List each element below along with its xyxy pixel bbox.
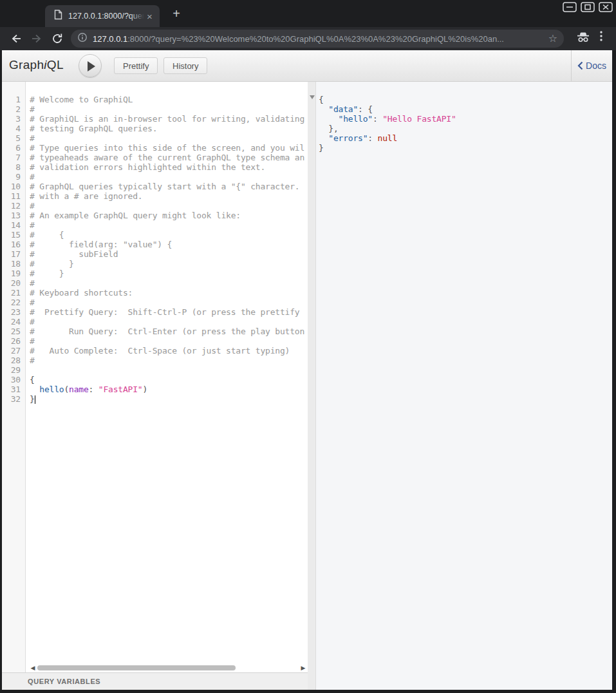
code-line[interactable]: # { — [30, 230, 308, 240]
window-minimize-button[interactable] — [563, 2, 577, 12]
code-token: # GraphiQL is an in-browser tool for wri… — [30, 114, 304, 124]
code-line[interactable]: hello(name: "FastAPI") — [30, 384, 308, 394]
code-line[interactable]: # validation errors highlighted within t… — [30, 162, 308, 172]
code-line[interactable]: # GraphiQL is an in-browser tool for wri… — [30, 114, 308, 124]
code-line[interactable]: # — [30, 317, 308, 327]
new-tab-button[interactable]: + — [169, 6, 184, 21]
code-token: ( — [64, 384, 69, 394]
code-token: # Type queries into this side of the scr… — [30, 143, 304, 153]
line-number: 1 — [2, 95, 25, 104]
code-line[interactable]: { — [30, 375, 308, 384]
code-token: # Run Query: Ctrl-Enter (or press the pl… — [30, 327, 304, 336]
code-line: }, — [319, 124, 612, 133]
code-token: } — [319, 143, 324, 153]
window-maximize-button[interactable] — [581, 2, 595, 12]
code-token: name — [69, 384, 89, 394]
docs-link[interactable]: Docs — [577, 61, 606, 71]
code-token: # — [30, 104, 35, 114]
code-token: null — [378, 133, 398, 143]
code-token: ) — [142, 384, 147, 394]
line-number: 19 — [2, 269, 25, 278]
history-button[interactable]: History — [163, 57, 207, 74]
query-variables-bar[interactable]: QUERY VARIABLES — [2, 672, 308, 690]
code-line[interactable]: } — [30, 394, 308, 404]
browser-tab[interactable]: 127.0.0.1:8000/?query=%2 × — [45, 5, 160, 27]
line-number: 16 — [2, 240, 25, 249]
code-line[interactable]: # Auto Complete: Ctrl-Space (or just sta… — [30, 346, 308, 356]
code-line[interactable]: # — [30, 201, 308, 211]
code-line[interactable]: # Type queries into this side of the scr… — [30, 143, 308, 153]
code-token: # — [30, 220, 35, 230]
query-variables-title: QUERY VARIABLES — [28, 678, 100, 685]
line-number: 2 — [2, 104, 25, 114]
code-line[interactable]: # — [30, 104, 308, 114]
prettify-button[interactable]: Prettify — [114, 57, 158, 74]
code-line[interactable]: # Welcome to GraphiQL — [30, 95, 308, 104]
line-number: 15 — [2, 230, 25, 240]
code-line[interactable]: # — [30, 356, 308, 365]
scroll-left-icon[interactable]: ◀ — [30, 663, 36, 672]
code-line[interactable]: # — [30, 298, 308, 307]
code-line[interactable] — [30, 365, 308, 375]
code-line[interactable]: # Keyboard shortcuts: — [30, 288, 308, 298]
chevron-left-icon — [577, 61, 583, 70]
line-number: 21 — [2, 288, 25, 298]
query-editor-pane[interactable]: 1234567891011121314151617181920212223242… — [2, 82, 308, 690]
code-token: # { — [30, 230, 64, 240]
code-line[interactable]: # field(arg: "value") { — [30, 240, 308, 249]
code-token: # } — [30, 259, 74, 269]
code-token: # GraphQL queries typically start with a… — [30, 182, 299, 191]
code-line[interactable]: # typeaheads aware of the current GraphQ… — [30, 153, 308, 162]
line-number: 32 — [2, 394, 25, 404]
code-token — [319, 114, 339, 124]
incognito-icon — [575, 31, 591, 46]
execute-query-button[interactable] — [79, 54, 102, 77]
code-token — [373, 133, 378, 143]
code-token: }, — [328, 124, 338, 133]
info-icon[interactable] — [77, 32, 88, 45]
code-line[interactable]: # testing GraphQL queries. — [30, 124, 308, 133]
code-token: } — [30, 394, 35, 404]
pane-resize-divider[interactable] — [308, 82, 316, 690]
code-line[interactable]: # Run Query: Ctrl-Enter (or press the pl… — [30, 327, 308, 336]
horizontal-scrollbar[interactable]: ◀ ▶ — [30, 663, 306, 672]
scrollbar-track[interactable] — [37, 665, 299, 670]
code-line[interactable]: # — [30, 336, 308, 346]
scrollbar-thumb[interactable] — [37, 665, 236, 670]
tab-close-icon[interactable]: × — [147, 12, 153, 21]
fold-arrow-icon[interactable] — [310, 95, 315, 99]
line-number: 8 — [2, 162, 25, 172]
menu-dots-icon[interactable] — [597, 30, 606, 45]
code-line[interactable]: # An example GraphQL query might look li… — [30, 211, 308, 220]
scroll-right-icon[interactable]: ▶ — [300, 663, 306, 672]
code-token: # — [30, 298, 35, 307]
code-line[interactable]: # Prettify Query: Shift-Ctrl-P (or press… — [30, 307, 308, 317]
code-line[interactable]: # — [30, 172, 308, 182]
code-line[interactable]: # } — [30, 269, 308, 278]
url-text: 127.0.0.1:8000/?query=%23%20Welcome%20to… — [93, 34, 545, 44]
code-token: # Welcome to GraphiQL — [30, 95, 133, 104]
url-omnibox[interactable]: 127.0.0.1:8000/?query=%23%20Welcome%20to… — [71, 30, 564, 48]
code-token — [319, 133, 328, 143]
code-line[interactable]: # — [30, 278, 308, 288]
line-number: 26 — [2, 336, 25, 346]
window-close-button[interactable] — [599, 2, 613, 12]
code-line[interactable]: # GraphQL queries typically start with a… — [30, 182, 308, 191]
bookmark-star-icon[interactable]: ☆ — [548, 33, 557, 44]
forward-icon[interactable] — [30, 32, 44, 46]
code-token: # } — [30, 269, 64, 278]
code-token: # Auto Complete: Ctrl-Space (or just sta… — [30, 346, 290, 356]
code-token: # with a # are ignored. — [30, 191, 142, 201]
line-number: 24 — [2, 317, 25, 327]
code-token: { — [319, 95, 324, 104]
code-line: "errors": null — [319, 133, 612, 143]
query-editor-code[interactable]: # Welcome to GraphiQL## GraphiQL is an i… — [30, 82, 308, 663]
reload-icon[interactable] — [50, 32, 64, 46]
code-line[interactable]: # with a # are ignored. — [30, 191, 308, 201]
line-number: 22 — [2, 298, 25, 307]
code-line[interactable]: # — [30, 220, 308, 230]
code-line[interactable]: # subField — [30, 249, 308, 259]
code-line[interactable]: # — [30, 133, 308, 143]
back-icon[interactable] — [9, 32, 23, 46]
code-line[interactable]: # } — [30, 259, 308, 269]
